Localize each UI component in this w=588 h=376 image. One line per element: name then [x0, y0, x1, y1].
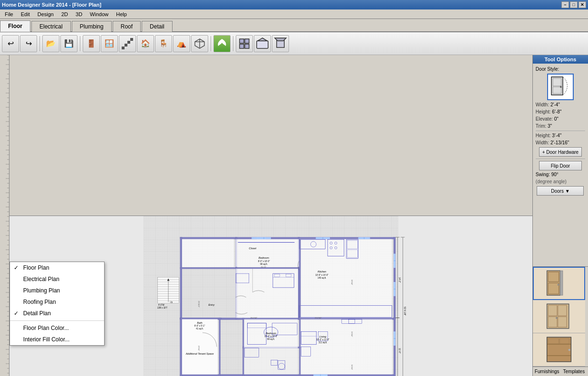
open-button[interactable]: 📂 [42, 35, 59, 52]
tool-options-header: Tool Options [533, 55, 588, 64]
view-stairs-button[interactable] [119, 35, 136, 52]
svg-rect-89 [180, 237, 182, 320]
dropdown-item-electrical-plan[interactable]: Electrical Plan [10, 273, 104, 285]
svg-text:140 sq.ft.: 140 sq.ft. [318, 277, 326, 279]
title-text: Home Designer Suite 2014 - [Floor Plan] [2, 2, 101, 8]
tab-plumbing[interactable]: Plumbing [72, 21, 112, 32]
svg-rect-7 [240, 39, 244, 43]
menu-window[interactable]: Window [87, 10, 111, 18]
svg-rect-15 [0, 55, 10, 376]
3dview-button[interactable] [254, 35, 271, 52]
svg-rect-8 [245, 39, 249, 43]
menu-design[interactable]: Design [35, 10, 57, 18]
main-area: // ruler marks drawn inline [0, 55, 588, 376]
templates-button[interactable]: Templates [563, 369, 585, 374]
left-ruler [0, 55, 10, 376]
door-style-preview[interactable] [547, 74, 574, 100]
svg-text:Bath: Bath [197, 321, 202, 324]
svg-text:13R x 10'T: 13R x 10'T [157, 306, 168, 309]
canvas-area[interactable]: Closet Bedroom 9'-0" x 10'-0" 90 sq.ft. … [10, 216, 532, 376]
svg-rect-0 [122, 47, 125, 49]
svg-text:Bedroom: Bedroom [259, 256, 270, 259]
view-roof-button[interactable]: ⛺ [173, 35, 190, 52]
menu-3d[interactable]: 3D [73, 10, 85, 18]
svg-text:14'-2": 14'-2" [398, 277, 401, 283]
svg-text:52'-6 1/8": 52'-6 1/8" [404, 307, 406, 316]
svg-rect-99 [394, 318, 395, 376]
title-bar: Home Designer Suite 2014 - [Floor Plan] … [0, 0, 588, 9]
option-height: Height: 6'-8" [536, 109, 585, 114]
svg-rect-94 [180, 267, 237, 269]
redo-button[interactable]: ↪ [20, 35, 37, 52]
option-trim: Trim: 3" [536, 123, 585, 129]
svg-text:2'4"&1": 2'4"&1" [198, 345, 200, 351]
dropdown-divider [10, 320, 104, 321]
floorplan-view-button[interactable] [236, 35, 253, 52]
svg-point-245 [568, 348, 570, 351]
view-window-button[interactable]: 🪟 [101, 35, 118, 52]
svg-text:4'-0"W: 4'-0"W [158, 303, 165, 306]
undo-button[interactable]: ↩ [2, 35, 19, 52]
svg-text:3'4"&3": 3'4"&3" [351, 331, 353, 337]
svg-text:2'0"&1'0": 2'0"&1'0" [198, 301, 200, 308]
doors-dropdown-button[interactable]: Doors ▼ [537, 186, 584, 196]
close-button[interactable]: ✕ [578, 1, 586, 8]
svg-rect-233 [560, 271, 563, 295]
door-hardware-button[interactable]: + Door Hardware [539, 147, 582, 157]
door-gallery [533, 266, 588, 367]
perspective-button[interactable] [272, 35, 289, 52]
svg-text:Entry: Entry [208, 303, 214, 306]
save-button[interactable]: 💾 [60, 35, 77, 52]
door-gallery-item-2[interactable] [533, 300, 585, 333]
svg-rect-84 [10, 55, 532, 65]
menu-edit[interactable]: Edit [18, 10, 33, 18]
dropdown-item-roofing-plan[interactable]: Roofing Plan [10, 296, 104, 308]
svg-rect-1 [125, 44, 127, 47]
svg-text:Additional Tenant Space: Additional Tenant Space [185, 352, 214, 355]
dropdown-item-plumbing-plan[interactable]: Plumbing Plan [10, 285, 104, 296]
svg-rect-3 [130, 38, 133, 41]
door-gallery-item-3[interactable] [533, 333, 585, 367]
minimize-button[interactable]: − [561, 1, 569, 8]
svg-rect-9 [240, 44, 244, 48]
maximize-button[interactable]: □ [570, 1, 578, 8]
tab-electrical[interactable]: Electrical [31, 21, 71, 32]
svg-text:9'-0" x 10'-0": 9'-0" x 10'-0" [258, 260, 270, 263]
eco-button[interactable] [213, 35, 231, 52]
dropdown-item-interior-fill[interactable]: Interior Fill Color... [10, 334, 104, 345]
svg-text:3'6-0"&0": 3'6-0"&0" [251, 317, 258, 319]
svg-text:2'6-1'6": 2'6-1'6" [261, 266, 267, 268]
tab-roof[interactable]: Roof [113, 21, 141, 32]
dropdown-item-floor-plan[interactable]: Floor Plan [10, 262, 104, 273]
flip-door-button[interactable]: Flip Door [539, 161, 582, 170]
svg-rect-10 [245, 44, 249, 48]
svg-text:3'4"&3": 3'4"&3" [351, 364, 353, 370]
dropdown-item-detail-plan[interactable]: Detail Plan [10, 308, 104, 319]
view-door-button[interactable]: 🚪 [83, 35, 100, 52]
menu-bar: File Edit Design 2D 3D Window Help [0, 9, 588, 19]
svg-rect-2 [127, 41, 130, 44]
svg-rect-107 [235, 239, 299, 267]
option-height2: Height: 3'-4" [536, 133, 585, 138]
menu-help[interactable]: Help [113, 10, 130, 18]
view-3d-button[interactable] [191, 35, 208, 52]
toolbar: ↩ ↪ 📂 💾 🚪 🪟 🏠 🪑 ⛺ [0, 32, 588, 55]
svg-rect-106 [182, 239, 234, 267]
svg-rect-223 [299, 239, 300, 317]
menu-file[interactable]: File [2, 10, 16, 18]
tab-detail[interactable]: Detail [142, 21, 173, 32]
svg-rect-108 [235, 269, 298, 318]
window-controls: − □ ✕ [561, 1, 586, 8]
dropdown-item-floor-color[interactable]: Floor Plan Color... [10, 322, 104, 334]
svg-rect-240 [547, 337, 571, 362]
furnishings-button[interactable]: Furnishings [535, 369, 559, 374]
svg-point-232 [558, 284, 559, 286]
toolbar-sep-1 [39, 36, 40, 51]
svg-rect-102 [180, 318, 222, 319]
view-furniture-button[interactable]: 🪑 [155, 35, 172, 52]
view-room-button[interactable]: 🏠 [137, 35, 154, 52]
tab-floor[interactable]: Floor [0, 20, 30, 32]
door-style-label: Door Style: [536, 66, 585, 72]
door-gallery-item-1[interactable] [533, 267, 585, 300]
menu-2d[interactable]: 2D [58, 10, 71, 18]
